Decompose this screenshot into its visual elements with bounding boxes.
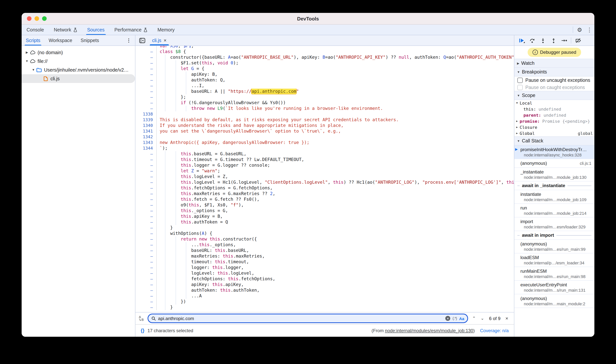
chevron-down-icon[interactable]: ▼ xyxy=(25,59,29,63)
code-line[interactable]: – this.maxRetries = G.maxRetries ?? 2, xyxy=(135,191,514,196)
code-line[interactable]: – baseURL: A || "https://api.anthropic.c… xyxy=(135,89,514,94)
call-stack-frame[interactable]: (anonymous)cli.js:1 xyxy=(514,159,594,168)
code-line[interactable]: – apiKey: this.apiKey, xyxy=(135,282,514,287)
line-number[interactable]: 1344 xyxy=(135,145,157,151)
call-stack-frame[interactable]: executeUserEntryPointnode:internal/m…s/r… xyxy=(514,281,594,294)
line-number[interactable]: – xyxy=(135,168,157,174)
line-number[interactable]: – xyxy=(135,89,157,94)
code-line[interactable]: – authToken: Q, xyxy=(135,77,514,83)
step-over-icon[interactable] xyxy=(527,36,537,44)
code-line[interactable]: – this.timeout = G.timeout ?? Lw.DEFAULT… xyxy=(135,157,514,162)
close-tab-icon[interactable]: × xyxy=(164,38,167,43)
hide-navigator-icon[interactable] xyxy=(135,35,148,45)
scope-variable-this[interactable]: this: undefined xyxy=(514,106,594,112)
tree-item-users-jinhuilee-nvm-versions-node-v2-[interactable]: ▼Users/jinhuilee/.nvm/versions/node/v2… xyxy=(22,65,135,74)
line-number[interactable]: – xyxy=(135,253,157,259)
replace-toggle-icon[interactable]: A ↳B xyxy=(139,316,144,321)
code-line[interactable]: – constructor({baseURL: A=ao("ANTHROPIC_… xyxy=(135,54,514,60)
line-number[interactable]: – xyxy=(135,208,157,214)
sidebar-tab-workspace[interactable]: Workspace xyxy=(44,35,76,45)
step-icon[interactable] xyxy=(559,36,569,44)
close-search-icon[interactable]: × xyxy=(505,315,509,321)
line-number[interactable]: – xyxy=(135,276,157,282)
line-number[interactable]: – xyxy=(135,219,157,225)
code-line[interactable]: – this._options = G, xyxy=(135,208,514,214)
line-number[interactable]: – xyxy=(135,54,157,60)
line-number[interactable]: – xyxy=(135,174,157,180)
next-match-chevron-down-icon[interactable]: ⌄ xyxy=(480,316,485,321)
line-number[interactable]: – xyxy=(135,242,157,248)
code-editor[interactable]: var X50, $F1;–class $8 {– constructor({b… xyxy=(135,46,514,312)
call-stack-frame[interactable]: (anonymous)node:internal/m…es/run_main:9… xyxy=(514,240,594,253)
code-line[interactable]: – baseURL: this.baseURL, xyxy=(135,248,514,253)
settings-gear-icon[interactable]: ⚙ xyxy=(575,25,585,35)
line-number[interactable]: – xyxy=(135,287,157,293)
code-line[interactable]: – ...A xyxy=(135,293,514,299)
line-number[interactable]: 1343 xyxy=(135,140,157,145)
line-number[interactable]: – xyxy=(135,231,157,236)
line-number[interactable]: – xyxy=(135,265,157,271)
line-number[interactable] xyxy=(135,46,157,49)
line-number[interactable]: – xyxy=(135,185,157,191)
code-line[interactable]: – authToken: this.authToken, xyxy=(135,287,514,293)
regex-toggle[interactable]: (.*) xyxy=(452,316,457,320)
line-number[interactable]: – xyxy=(135,191,157,196)
tab-network[interactable]: Network xyxy=(49,25,82,35)
code-line[interactable]: – let G = { xyxy=(135,66,514,72)
line-number[interactable]: – xyxy=(135,157,157,162)
line-number[interactable]: 1342 xyxy=(135,134,157,140)
line-number[interactable]: – xyxy=(135,100,157,106)
checkbox[interactable] xyxy=(517,78,523,83)
line-number[interactable]: – xyxy=(135,293,157,299)
call-stack-frame[interactable]: _instantiatenode:internal/m…module_job:1… xyxy=(514,168,594,182)
line-number[interactable]: – xyxy=(135,151,157,157)
scope-section-global[interactable]: ▶Globalglobal xyxy=(514,130,594,136)
line-number[interactable]: – xyxy=(135,180,157,185)
line-number[interactable]: – xyxy=(135,202,157,208)
code-line[interactable]: – this.fetch = G.fetch ?? Fs0(), xyxy=(135,196,514,202)
code-line[interactable]: – timeout: this.timeout, xyxy=(135,259,514,265)
code-line[interactable]: – logger: this.logger, xyxy=(135,265,514,271)
code-line[interactable]: – } xyxy=(135,305,514,310)
call-stack-frame[interactable]: runMainESMnode:internal/m…es/run_main:98 xyxy=(514,267,594,281)
code-line[interactable]: – this.logger = G.logger ?? console; xyxy=(135,162,514,168)
scope-section-closure[interactable]: ▶Closure xyxy=(514,124,594,130)
line-number[interactable]: – xyxy=(135,225,157,231)
step-into-icon[interactable] xyxy=(538,36,548,44)
code-line[interactable]: 1338 xyxy=(135,111,514,117)
step-out-icon[interactable] xyxy=(548,36,558,44)
code-line[interactable]: – this.logLevel = Z, xyxy=(135,174,514,180)
tab-performance[interactable]: Performance xyxy=(110,25,153,35)
line-number[interactable]: – xyxy=(135,49,157,54)
code-line[interactable]: – withOptions(A) { xyxy=(135,231,514,236)
code-line[interactable]: – o9(this, $F1, Xs0, "f"), xyxy=(135,202,514,208)
chevron-down-icon[interactable]: ▼ xyxy=(31,68,36,72)
line-number[interactable]: 1339 xyxy=(135,117,157,123)
call-stack-frame[interactable]: importnode:internal/m…esm/loader:329 xyxy=(514,217,594,231)
call-stack-frame[interactable]: ▶promiseInitHookWithDestroyTr…node:inter… xyxy=(514,145,594,159)
code-line[interactable]: – this.fetchOptions = G.fetchOptions, xyxy=(135,185,514,191)
editor-tab-clijs[interactable]: cli.js × xyxy=(148,35,170,45)
code-line[interactable]: – $F1.set(this, void 0); xyxy=(135,60,514,66)
code-line[interactable]: 1341you can set the \`dangerouslyAllowBr… xyxy=(135,128,514,134)
code-line[interactable]: – logLevel: this.logLevel, xyxy=(135,271,514,276)
code-line[interactable]: – } xyxy=(135,225,514,231)
resume-icon[interactable] xyxy=(517,36,527,44)
tab-memory[interactable]: Memory xyxy=(153,25,179,35)
watch-section-header[interactable]: ▶ Watch xyxy=(514,59,594,68)
line-number[interactable]: – xyxy=(135,60,157,66)
code-line[interactable]: 1340If you understand the risks and have… xyxy=(135,123,514,128)
line-number[interactable]: – xyxy=(135,72,157,77)
callstack-section-header[interactable]: ▼ Call Stack xyxy=(514,136,594,145)
line-number[interactable]: – xyxy=(135,282,157,287)
coverage-link[interactable]: Coverage: n/a xyxy=(480,328,509,333)
deactivate-breakpoints-icon[interactable] xyxy=(573,36,583,44)
code-line[interactable]: – let Z = "warn"; xyxy=(135,168,514,174)
line-number[interactable]: 1340 xyxy=(135,123,157,128)
sidebar-tab-scripts[interactable]: Scripts xyxy=(22,35,44,45)
breakpoint-option[interactable]: Pause on caught exceptions xyxy=(514,84,594,91)
clear-search-icon[interactable]: × xyxy=(445,316,450,321)
code-line[interactable]: 1339This is disabled by default, as it r… xyxy=(135,117,514,123)
pretty-print-icon[interactable]: {} xyxy=(141,328,144,333)
code-line[interactable]: – if (!G.dangerouslyAllowBrowser && Ys0(… xyxy=(135,100,514,106)
